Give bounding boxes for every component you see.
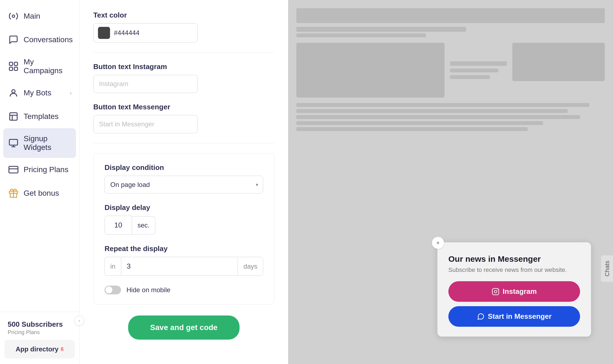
sidebar: Main Conversations My Campaigns	[0, 0, 80, 364]
text-color-label: Text color	[93, 11, 274, 19]
svg-point-10	[494, 290, 497, 293]
subscribers-info: 500 Subscribers Pricing Plans	[4, 317, 75, 340]
bots-icon	[8, 87, 19, 99]
campaigns-icon	[8, 61, 19, 72]
sidebar-label-get-bonus: Get bonus	[24, 189, 59, 198]
svg-rect-7	[9, 140, 18, 145]
svg-point-0	[12, 15, 15, 18]
repeat-display-section: Repeat the display in days	[105, 244, 263, 276]
instagram-btn-label: Instagram	[503, 287, 537, 296]
conversations-icon	[8, 34, 19, 46]
display-condition-select[interactable]: On page load On scroll On exit intent	[105, 176, 263, 194]
repeat-row: in days	[105, 257, 263, 276]
button-instagram-label: Button text Instagram	[93, 62, 274, 71]
signup-widgets-icon	[8, 137, 19, 149]
messenger-btn-label: Start in Messenger	[488, 312, 552, 321]
sidebar-nav: Main Conversations My Campaigns	[0, 0, 79, 312]
sidebar-item-get-bonus[interactable]: Get bonus	[0, 181, 79, 205]
main-content: Text color #444444 Button text Instagram…	[80, 0, 613, 364]
sidebar-label-conversations: Conversations	[24, 35, 73, 44]
sidebar-label-templates: Templates	[24, 112, 59, 121]
sidebar-item-my-campaigns[interactable]: My Campaigns	[0, 52, 79, 81]
bonus-icon	[8, 187, 19, 199]
text-color-section: Text color #444444	[93, 11, 274, 42]
popup-close-button[interactable]: ×	[432, 237, 444, 249]
popup-widget: × Our news in Messenger Subscribe to rec…	[437, 242, 591, 337]
form-panel: Text color #444444 Button text Instagram…	[80, 0, 288, 364]
svg-rect-1	[9, 62, 13, 66]
color-swatch[interactable]	[98, 27, 110, 39]
display-delay-label: Display delay	[105, 203, 263, 212]
instagram-icon	[492, 288, 499, 295]
sidebar-item-conversations[interactable]: Conversations	[0, 28, 79, 52]
button-messenger-input[interactable]	[93, 115, 198, 133]
button-instagram-input[interactable]	[93, 75, 198, 93]
display-condition-form: Display condition On page load On scroll…	[105, 163, 263, 194]
sidebar-item-my-bots[interactable]: My Bots ‹	[0, 81, 79, 105]
chats-tab-label: Chats	[604, 261, 611, 276]
subscribers-label: Pricing Plans	[8, 329, 72, 335]
svg-point-5	[12, 90, 15, 93]
svg-rect-9	[492, 288, 499, 295]
color-value: #444444	[114, 29, 139, 37]
divider-1	[93, 52, 274, 53]
content-wrapper: Text color #444444 Button text Instagram…	[80, 0, 613, 364]
beta-badge: ß	[61, 346, 64, 352]
toggle-knob	[105, 286, 113, 294]
popup-subtitle: Subscribe to receive news from our websi…	[448, 266, 580, 274]
repeat-days-label: days	[238, 258, 263, 275]
svg-rect-4	[14, 67, 18, 70]
preview-area: × Our news in Messenger Subscribe to rec…	[288, 0, 613, 364]
save-button-container: Save and get code	[93, 305, 274, 351]
sidebar-item-pricing-plans[interactable]: Pricing Plans	[0, 158, 79, 181]
svg-rect-3	[9, 67, 13, 70]
svg-rect-2	[14, 62, 18, 66]
app-directory-label: App directory	[16, 345, 58, 353]
hide-mobile-label: Hide on mobile	[126, 286, 170, 294]
sidebar-label-my-campaigns: My Campaigns	[24, 58, 72, 75]
select-wrapper: On page load On scroll On exit intent ▾	[105, 176, 263, 194]
app-directory-button[interactable]: App directoryß	[4, 340, 75, 359]
repeat-display-label: Repeat the display	[105, 244, 263, 253]
sidebar-item-signup-widgets[interactable]: Signup Widgets	[3, 128, 76, 158]
repeat-number-input[interactable]	[121, 257, 238, 275]
sidebar-item-templates[interactable]: Templates	[0, 105, 79, 128]
button-instagram-section: Button text Instagram	[93, 62, 274, 93]
sidebar-item-main[interactable]: Main	[0, 4, 79, 28]
button-messenger-section: Button text Messenger	[93, 103, 274, 133]
sidebar-label-main: Main	[24, 12, 40, 21]
subscribers-count: 500 Subscribers	[8, 320, 72, 329]
templates-icon	[8, 111, 19, 122]
delay-unit: sec.	[132, 216, 155, 234]
sidebar-label-pricing-plans: Pricing Plans	[24, 165, 68, 174]
delay-row: 10 sec.	[105, 216, 263, 235]
my-bots-chevron: ‹	[70, 90, 72, 96]
collapse-icon: ‹	[78, 318, 80, 323]
display-condition-label: Display condition	[105, 163, 263, 172]
display-delay-section: Display delay 10 sec.	[105, 203, 263, 235]
repeat-in-label: in	[105, 258, 121, 275]
messenger-icon	[477, 313, 485, 320]
sidebar-label-signup-widgets: Signup Widgets	[24, 134, 72, 152]
popup-title: Our news in Messenger	[448, 254, 580, 264]
color-input-row[interactable]: #444444	[93, 23, 198, 42]
toggle-row: Hide on mobile	[105, 286, 263, 294]
svg-rect-6	[10, 113, 17, 120]
delay-number-input[interactable]: 10	[105, 216, 132, 235]
popup-messenger-button[interactable]: Start in Messenger	[448, 306, 580, 327]
sidebar-footer: 500 Subscribers Pricing Plans App direct…	[0, 312, 79, 364]
main-icon	[8, 10, 19, 22]
divider-2	[93, 143, 274, 143]
svg-point-11	[497, 289, 497, 290]
save-and-get-code-button[interactable]: Save and get code	[128, 315, 240, 340]
popup-instagram-button[interactable]: Instagram	[448, 281, 580, 302]
sidebar-collapse-button[interactable]: ‹	[74, 316, 84, 326]
button-messenger-label: Button text Messenger	[93, 103, 274, 111]
sidebar-label-my-bots: My Bots	[24, 89, 51, 97]
chats-tab[interactable]: Chats	[601, 255, 613, 282]
pricing-icon	[8, 164, 19, 175]
display-condition-section: Display condition On page load On scroll…	[93, 153, 274, 305]
svg-rect-8	[9, 166, 18, 173]
hide-mobile-toggle[interactable]	[105, 286, 121, 294]
close-icon: ×	[436, 240, 440, 246]
